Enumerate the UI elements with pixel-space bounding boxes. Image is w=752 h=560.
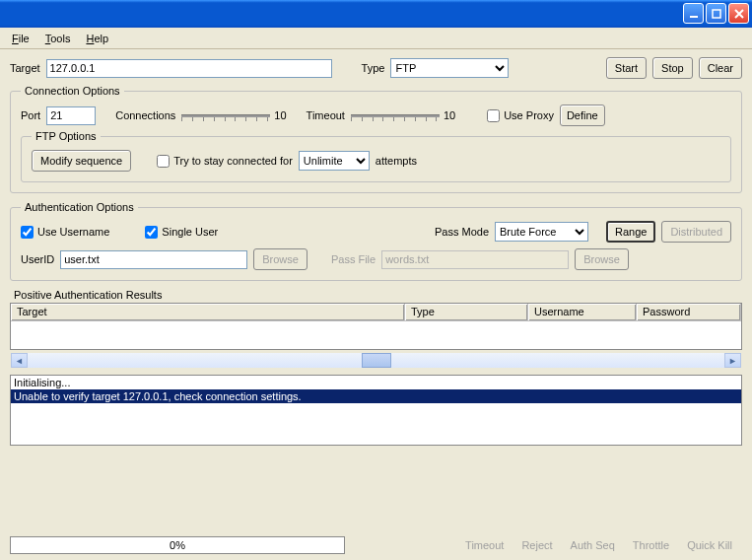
userid-label: UserID (21, 253, 54, 265)
passfile-input (381, 250, 569, 269)
status-timeout: Timeout (465, 539, 504, 551)
connections-slider[interactable]: 10 (181, 109, 286, 121)
connection-options-group: Connection Options Port Connections 10 T… (10, 85, 742, 193)
userid-browse-button: Browse (253, 248, 308, 270)
passfile-browse-button: Browse (575, 248, 629, 270)
progress-text: 0% (170, 539, 185, 551)
svg-rect-1 (713, 10, 720, 18)
scroll-right-icon[interactable]: ► (724, 353, 741, 368)
target-label: Target (10, 62, 40, 74)
col-target[interactable]: Target (11, 304, 405, 320)
type-label: Type (362, 62, 385, 74)
minimize-button[interactable] (683, 3, 704, 24)
use-proxy-checkbox[interactable]: Use Proxy (487, 109, 554, 122)
range-button[interactable]: Range (606, 221, 655, 243)
results-scrollbar[interactable]: ◄ ► (10, 352, 742, 369)
ftp-options-legend: FTP Options (32, 130, 101, 142)
status-reject: Reject (521, 539, 552, 551)
port-input[interactable] (46, 106, 96, 125)
stop-button[interactable]: Stop (652, 57, 693, 79)
svg-rect-0 (690, 16, 698, 18)
stay-connected-input[interactable] (157, 155, 170, 168)
results-table: Target Type Username Password (10, 303, 742, 350)
port-label: Port (21, 109, 40, 121)
col-username[interactable]: Username (528, 304, 637, 320)
target-input[interactable] (46, 59, 332, 78)
modify-sequence-button[interactable]: Modify sequence (32, 150, 131, 172)
single-user-input[interactable] (145, 226, 158, 239)
scroll-left-icon[interactable]: ◄ (11, 353, 28, 368)
connections-label: Connections (115, 109, 175, 121)
ftp-options-group: FTP Options Modify sequence Try to stay … (21, 130, 731, 182)
menu-file[interactable]: File (6, 31, 35, 46)
menu-help[interactable]: Help (80, 31, 114, 46)
auth-options-group: Authentication Options Use Username Sing… (10, 201, 742, 281)
passfile-label: Pass File (331, 253, 376, 265)
start-button[interactable]: Start (606, 57, 647, 79)
menu-tools[interactable]: Tools (39, 31, 77, 46)
scroll-thumb[interactable] (362, 353, 391, 368)
single-user-checkbox[interactable]: Single User (145, 226, 218, 239)
connection-options-legend: Connection Options (21, 85, 124, 97)
status-throttle: Throttle (633, 539, 669, 551)
results-header: Target Type Username Password (11, 304, 741, 321)
connections-value: 10 (274, 109, 286, 121)
timeout-value: 10 (444, 109, 455, 121)
progress-bar: 0% (10, 536, 345, 554)
results-title: Positive Authentication Results (14, 289, 742, 301)
pass-mode-label: Pass Mode (435, 226, 489, 238)
attempts-label: attempts (376, 155, 417, 167)
status-authseq: Auth Seq (571, 539, 615, 551)
use-username-input[interactable] (21, 226, 34, 239)
status-bar: 0% Timeout Reject Auth Seq Throttle Quic… (10, 536, 742, 554)
stay-connected-checkbox[interactable]: Try to stay connected for (157, 155, 293, 168)
clear-button[interactable]: Clear (699, 57, 742, 79)
pass-mode-select[interactable]: Brute Force (495, 222, 588, 242)
auth-options-legend: Authentication Options (21, 201, 138, 213)
status-quickkill: Quick Kill (687, 539, 732, 551)
log-line: Initialising... (11, 376, 741, 389)
use-username-checkbox[interactable]: Use Username (21, 226, 109, 239)
close-button[interactable] (728, 3, 749, 24)
log-box[interactable]: Initialising... Unable to verify target … (10, 375, 742, 446)
use-proxy-input[interactable] (487, 109, 500, 122)
type-select[interactable]: FTP (390, 58, 509, 78)
attempts-select[interactable]: Unlimite (299, 151, 370, 171)
maximize-button[interactable] (706, 3, 726, 24)
timeout-slider[interactable]: 10 (351, 109, 455, 121)
col-password[interactable]: Password (637, 304, 741, 320)
log-line-selected[interactable]: Unable to verify target 127.0.0.1, check… (11, 389, 741, 403)
title-bar (0, 0, 752, 28)
menu-bar: File Tools Help (0, 28, 752, 49)
define-button[interactable]: Define (560, 105, 605, 126)
timeout-label: Timeout (307, 109, 345, 121)
distributed-button: Distributed (661, 221, 731, 243)
col-type[interactable]: Type (405, 304, 528, 320)
userid-input[interactable] (60, 250, 247, 269)
scroll-track[interactable] (28, 353, 724, 368)
